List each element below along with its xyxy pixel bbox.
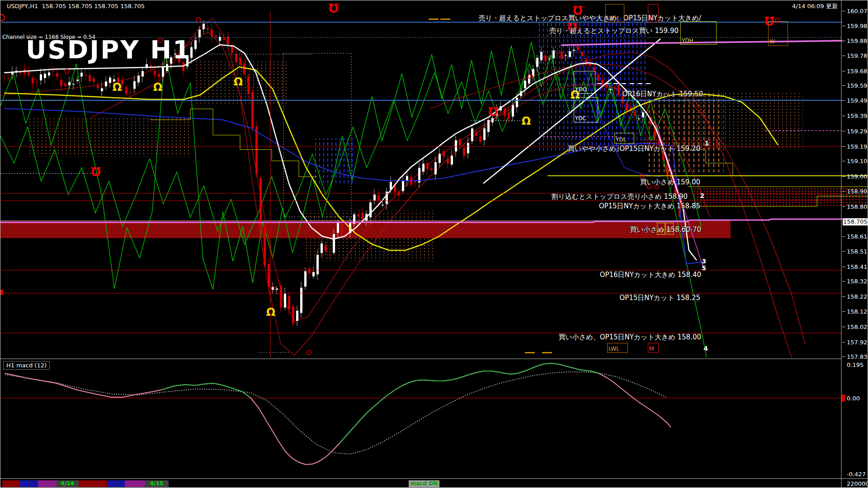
price-axis-label: 158.220 <box>847 293 868 300</box>
price-axis-label: 159.295 <box>847 128 868 135</box>
price-axis-label: 159.490 <box>847 97 868 104</box>
range-box-lwh: LWH <box>605 4 624 22</box>
price-tick <box>842 71 845 71</box>
price-axis-label: 158.905 <box>847 188 868 195</box>
price-axis-label: 158.125 <box>847 308 868 315</box>
sequence-number: 1 <box>704 140 709 147</box>
price-tick <box>842 206 845 207</box>
price-tick <box>842 116 845 116</box>
session-segment <box>2 480 19 487</box>
price-axis-label: 159.000 <box>847 173 868 180</box>
price-axis-label: 158.025 <box>847 324 868 330</box>
price-axis-label: 159.980 <box>847 23 868 29</box>
macd-on-badge[interactable]: macd ON <box>409 480 439 487</box>
price-axis-label: 159.100 <box>847 158 868 164</box>
price-axis-label: 158.610 <box>847 233 868 240</box>
price-axis-label: 160.075 <box>847 8 868 14</box>
price-axis-label: 159.785 <box>847 52 868 59</box>
price-axis-label: 158.515 <box>847 248 868 255</box>
price-annotation: 買い小さめ、OP15日NYカット大きめ 158.00 <box>559 333 701 342</box>
price-annotation: OP16日NYカット大きめ 158.40 <box>600 271 701 279</box>
buy-signal-icon: Ω <box>522 116 531 127</box>
update-time-label: 4/14 06:09 更新 <box>792 2 838 10</box>
price-annotation: OP15日NYカット大きめ 158.85 <box>599 202 700 211</box>
range-box-d: D <box>665 223 674 235</box>
price-annotation: 売り・超えるとストップロス買い 159.90 <box>549 27 679 35</box>
price-annotation: OP15日NYカット 158.25 <box>619 294 700 302</box>
session-segment <box>19 480 38 487</box>
sequence-number: 3 <box>702 258 706 265</box>
macd-indicator-label: H1 macd (12) <box>3 361 50 370</box>
chart-canvas[interactable] <box>0 0 868 488</box>
range-box-m: M <box>648 4 659 22</box>
price-tick <box>842 56 845 56</box>
range-box-w: W <box>768 21 788 46</box>
sell-signal-icon: Ω <box>329 2 339 14</box>
macd-axis-label: 0.00 <box>847 395 860 402</box>
current-price-badge: 158.705 <box>843 218 868 225</box>
session-segment <box>38 480 56 487</box>
price-axis-label: 159.880 <box>847 38 868 44</box>
range-box-m: M <box>648 343 659 353</box>
price-annotation: 買い小さめ 159.00 <box>640 178 700 187</box>
price-tick <box>842 267 845 267</box>
sell-signal-icon: Ω <box>488 105 498 117</box>
session-segment <box>107 480 125 487</box>
price-tick <box>842 100 845 101</box>
price-tick <box>842 342 845 343</box>
price-tick <box>842 131 845 131</box>
sequence-number: 5 <box>702 264 706 272</box>
session-segment <box>125 480 145 487</box>
trading-chart-window: USDJPY,H1 158.705 158.705 158.705 158.70… <box>0 0 868 488</box>
price-annotation: 買いやや小さめ｣OP15日NYカット 159.20 <box>568 145 700 153</box>
macd-axis-label: 220000 <box>847 480 868 487</box>
range-box-ydc: YDC <box>574 97 598 122</box>
macd-pane <box>1 363 845 465</box>
price-tick <box>842 26 845 26</box>
price-tick <box>842 161 845 161</box>
range-box-ydo: YDO <box>574 71 595 94</box>
price-axis-label: 158.415 <box>847 263 868 270</box>
macd-axis-label: -0.427 <box>847 471 866 478</box>
sequence-number: 2 <box>700 192 704 199</box>
buy-signal-icon: Ω <box>153 82 162 93</box>
sequence-number: 4 <box>703 345 708 352</box>
channel-info-label: Channel size = 1168 Slope = 0.54 <box>2 34 95 40</box>
session-date-label: 4/14 <box>56 480 79 487</box>
price-axis-label: 159.195 <box>847 143 868 150</box>
price-tick <box>842 296 845 297</box>
session-segment <box>79 480 107 487</box>
price-tick <box>842 357 845 357</box>
symbol-title: USDJPY,H1 158.705 158.705 158.705 158.70… <box>7 3 145 9</box>
price-tick <box>842 281 845 282</box>
price-tick <box>842 176 845 177</box>
price-tick <box>842 191 845 192</box>
range-box-ydh: YDH <box>680 21 717 45</box>
price-annotation: 売り・超えるとストップロス買いやや大きめ、OP15日NYカット大きめ/ <box>479 14 701 23</box>
price-annotation: OP16日NYカット 159.50 <box>622 90 703 99</box>
price-zone-band <box>0 221 731 238</box>
sell-signal-icon: Ω <box>91 165 101 177</box>
price-tick <box>842 236 845 237</box>
range-box-ydl: YDL <box>614 133 634 144</box>
buy-signal-icon: Ω <box>234 76 243 87</box>
price-tick <box>842 146 845 147</box>
range-box-w: W <box>657 223 665 235</box>
price-annotation: 割り込むとストップロス売り小さめ 158.90 <box>552 192 688 201</box>
buy-signal-icon: Ω <box>113 82 122 93</box>
price-axis-label: 157.925 <box>847 339 868 346</box>
price-tick <box>842 251 845 252</box>
session-date-label: 4/15 <box>145 480 169 487</box>
range-box-lwl: LWL <box>607 343 628 353</box>
price-axis-label: 158.805 <box>847 203 868 210</box>
price-tick <box>842 41 845 41</box>
price-axis-label: 158.320 <box>847 278 868 285</box>
macd-axis-label: 0.195 <box>847 361 863 368</box>
price-tick <box>842 327 845 327</box>
price-axis-label: 159.395 <box>847 113 868 119</box>
price-tick <box>842 11 845 11</box>
price-axis-label: 157.830 <box>847 353 868 360</box>
price-axis-label: 159.685 <box>847 68 868 75</box>
price-tick <box>842 85 845 86</box>
price-tick <box>842 311 845 312</box>
